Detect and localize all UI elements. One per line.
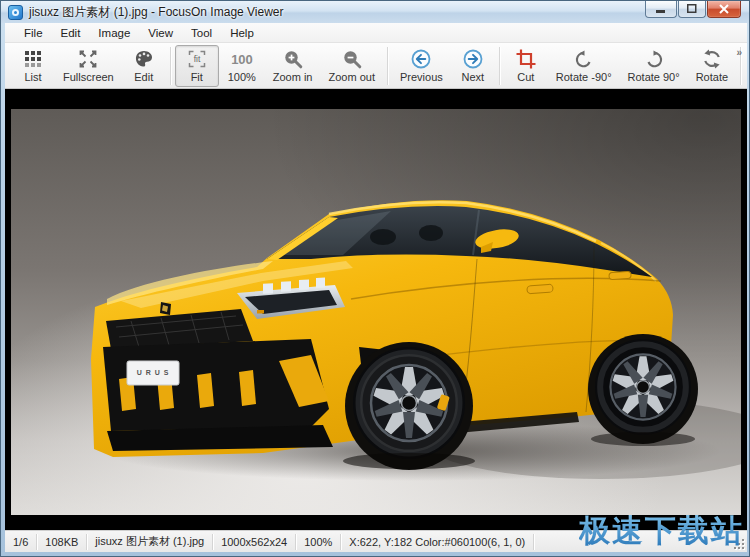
zoom-in-button[interactable]: Zoom in [265,45,321,87]
svg-text:fit: fit [193,54,200,64]
previous-button[interactable]: Previous [392,45,451,87]
status-file-name: jisuxz 图片素材 (1).jpg [87,534,213,550]
toolbar-separator [387,47,388,85]
menu-item-image[interactable]: Image [89,25,139,41]
close-icon [719,4,729,14]
edit-button[interactable]: Edit [122,45,166,87]
rotate-cw-button[interactable]: Rotate 90° [620,45,688,87]
next-icon [462,48,484,70]
window-title: jisuxz 图片素材 (1).jpg - FocusOn Image View… [29,4,284,21]
status-cursor-color: X:622, Y:182 Color:#060100(6, 1, 0) [341,534,534,550]
maximize-icon [687,4,697,14]
rotate-ccw-button[interactable]: Rotate -90° [548,45,620,87]
zoom-100-icon: 100 [227,48,257,70]
minimize-icon [656,5,666,14]
zoom-in-icon [282,48,304,70]
fit-icon: fit [186,48,208,70]
cut-button[interactable]: Cut [504,45,548,87]
previous-icon [410,48,432,70]
rotate-ccw-icon [573,48,595,70]
status-image-index: 1/6 [5,534,37,550]
menu-item-tool[interactable]: Tool [182,25,221,41]
svg-text:100: 100 [231,52,253,67]
fullscreen-button[interactable]: Fullscreen [55,45,122,87]
status-zoom-level: 100% [296,534,341,550]
zoom-out-button[interactable]: Zoom out [321,45,383,87]
fit-button[interactable]: fit Fit [175,45,219,87]
image-canvas[interactable]: U R U S [5,89,747,530]
menu-item-edit[interactable]: Edit [52,25,90,41]
zoom-100-button[interactable]: 100 100% [219,45,265,87]
menu-item-file[interactable]: File [15,25,52,41]
toolbar-overflow-chevron[interactable]: » [736,47,742,58]
site-watermark: 极速下载站 [579,510,744,552]
close-button[interactable] [707,1,741,18]
title-bar: jisuxz 图片素材 (1).jpg - FocusOn Image View… [1,1,749,23]
minimize-button[interactable] [645,1,677,18]
status-file-size: 108KB [37,534,87,550]
rotate-cw-icon [643,48,665,70]
car-photo: U R U S [11,109,741,515]
list-icon [22,48,44,70]
rotate-button[interactable]: Rotate [688,45,736,87]
list-button[interactable]: List [11,45,55,87]
toolbar-separator [170,47,171,85]
cut-crop-icon [515,48,537,70]
next-button[interactable]: Next [451,45,495,87]
edit-palette-icon [133,48,155,70]
menu-item-view[interactable]: View [139,25,182,41]
app-window: jisuxz 图片素材 (1).jpg - FocusOn Image View… [0,0,750,557]
license-plate-text: U R U S [137,369,170,376]
app-icon [8,5,23,20]
maximize-button[interactable] [678,1,706,18]
menu-bar: File Edit Image View Tool Help [5,23,747,43]
toolbar-separator [499,47,500,85]
zoom-out-icon [341,48,363,70]
status-dimensions: 1000x562x24 [213,534,296,550]
menu-item-help[interactable]: Help [221,25,263,41]
rotate-icon [701,48,723,70]
toolbar: List Fullscreen Edit fit Fit [5,43,747,89]
fullscreen-icon [77,48,99,70]
